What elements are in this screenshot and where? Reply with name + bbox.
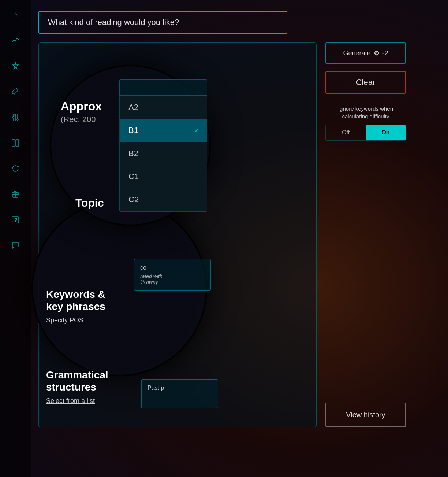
right-panel: Generate ⚙ -2 Clear Ignore keywords when… [325, 42, 406, 427]
left-panel: Approx (Rec. 200 Topic Keywords &key phr… [38, 42, 317, 427]
grammar-input-area: Past p [141, 379, 214, 408]
gift-icon[interactable] [8, 187, 23, 201]
select-from-list-link[interactable]: Select from a list [46, 397, 108, 405]
grammar-title: Grammaticalstructures [46, 369, 108, 393]
level-dropdown-container: ... A2 B1 B2 C1 C2 [119, 80, 207, 212]
keyword-input-area: co rated with% away [134, 259, 207, 291]
chat-icon[interactable] [8, 238, 23, 253]
question-bar: What kind of reading would you like? [38, 11, 287, 34]
ignore-label: Ignore keywords when calculating difficu… [325, 105, 406, 120]
svg-rect-11 [16, 140, 19, 146]
content-layout: Approx (Rec. 200 Topic Keywords &key phr… [38, 42, 441, 427]
toggle-group: Off On [325, 125, 406, 141]
keywords-title: Keywords &key phrases [46, 288, 105, 313]
help-icon[interactable]: ? [8, 212, 23, 227]
specify-pos-link[interactable]: Specify POS [46, 317, 105, 324]
keyword-text-partial: co [140, 265, 205, 271]
toggle-on-button[interactable]: On [366, 125, 406, 140]
level-a2[interactable]: A2 [120, 96, 207, 119]
toggle-off-button[interactable]: Off [326, 125, 366, 140]
approx-subtitle: (Rec. 200 [61, 115, 102, 124]
approx-title: Approx [61, 100, 102, 113]
grammar-text-partial: Past p [148, 385, 212, 391]
home-icon[interactable]: ⌂ [8, 7, 23, 22]
edit-icon[interactable] [8, 84, 23, 99]
grammar-input[interactable]: Past p [141, 379, 218, 408]
svg-text:?: ? [15, 218, 17, 223]
topic-label: Topic [75, 197, 104, 209]
keyword-input[interactable]: co rated with% away [134, 259, 211, 291]
svg-point-1 [12, 117, 14, 118]
book-icon[interactable] [8, 136, 23, 150]
level-dropdown-menu: A2 B1 B2 C1 C2 [119, 96, 207, 212]
question-text: What kind of reading would you like? [48, 18, 179, 27]
analytics-icon[interactable] [8, 33, 23, 48]
refresh-icon[interactable] [8, 161, 23, 176]
view-history-button[interactable]: View history [325, 403, 406, 427]
clear-label: Clear [356, 78, 376, 87]
grammar-section: Grammaticalstructures Select from a list [46, 369, 108, 405]
approx-section: Approx (Rec. 200 [61, 100, 102, 124]
generate-cost: -2 [382, 49, 388, 57]
ignore-section: Ignore keywords when calculating difficu… [325, 105, 406, 141]
main-content: What kind of reading would you like? App… [31, 0, 448, 477]
gear-icon: ⚙ [374, 49, 380, 57]
sidebar: ⌂ [0, 0, 31, 477]
svg-rect-10 [12, 140, 15, 146]
level-c2[interactable]: C2 [120, 188, 207, 211]
generate-label: Generate [343, 49, 370, 57]
clear-button[interactable]: Clear [325, 71, 406, 94]
svg-point-3 [17, 119, 18, 120]
generate-button[interactable]: Generate ⚙ -2 [325, 42, 406, 64]
dropdown-header: ... [119, 80, 207, 96]
rated-with-text: rated with% away [140, 273, 205, 285]
level-b1[interactable]: B1 [120, 119, 207, 142]
svg-point-2 [15, 114, 16, 116]
level-b2[interactable]: B2 [120, 142, 207, 165]
level-c1[interactable]: C1 [120, 165, 207, 188]
form-panel: Approx (Rec. 200 Topic Keywords &key phr… [38, 42, 317, 427]
view-history-label: View history [346, 411, 385, 419]
filter-icon[interactable] [8, 110, 23, 125]
magic-icon[interactable] [8, 59, 23, 73]
keywords-section: Keywords &key phrases Specify POS [46, 288, 105, 324]
